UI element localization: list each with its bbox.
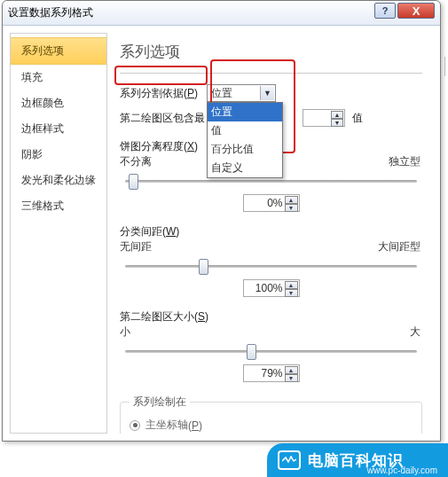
plot-on-group: 系列绘制在 主坐标轴(P) 次坐标轴(S): [120, 395, 422, 434]
second-plot-size-left-label: 小: [120, 325, 130, 340]
watermark-en: www.pc-daily.com: [367, 465, 437, 475]
plot-on-primary-radio[interactable]: 主坐标轴(P): [130, 415, 413, 434]
monitor-icon: [278, 450, 301, 470]
chevron-down-icon[interactable]: ▼: [285, 289, 298, 297]
category-sidebar: 系列选项 填充 边框颜色 边框样式 阴影 发光和柔化边缘 三维格式: [10, 33, 107, 434]
split-by-option-percent[interactable]: 百分比值: [208, 140, 282, 159]
background-edge: [444, 57, 448, 76]
sidebar-item-border-style[interactable]: 边框样式: [11, 116, 106, 142]
sidebar-item-glow[interactable]: 发光和柔化边缘: [11, 168, 106, 193]
radio-icon: [130, 420, 140, 431]
title-bar[interactable]: 设置数据系列格式 ? X: [3, 1, 440, 26]
watermark-footer: 电脑百科知识 www.pc-daily.com: [0, 442, 448, 477]
gap-width-right-label: 大间距型: [378, 239, 420, 254]
chevron-up-icon[interactable]: ▲: [285, 366, 298, 374]
panel-heading: 系列选项: [120, 36, 422, 74]
chevron-up-icon[interactable]: ▲: [285, 196, 298, 204]
second-plot-contains-label: 第二绘图区包含最: [120, 111, 205, 126]
sidebar-item-shadow[interactable]: 阴影: [11, 142, 106, 168]
split-by-selected: 位置: [211, 86, 232, 101]
slider-thumb[interactable]: [247, 344, 256, 360]
gap-width-label: 分类间距(W): [120, 225, 179, 238]
pie-explosion-value-field[interactable]: 0% ▲▼: [243, 194, 300, 212]
gap-width-left-label: 无间距: [120, 239, 152, 254]
second-plot-contains-unit: 值: [352, 111, 363, 126]
second-plot-contains-spinner[interactable]: ▲▼: [303, 109, 345, 127]
second-plot-size-value-field[interactable]: 79% ▲▼: [243, 364, 300, 382]
pie-explosion-left-label: 不分离: [120, 154, 152, 169]
format-data-series-dialog: 设置数据系列格式 ? X 系列选项 填充 边框颜色 边框样式 阴影 发光和柔化边…: [2, 0, 441, 442]
pie-explosion-right-label: 独立型: [389, 154, 420, 169]
dialog-title: 设置数据系列格式: [8, 5, 435, 20]
chevron-down-icon[interactable]: ▼: [285, 374, 298, 382]
split-by-option-value[interactable]: 值: [208, 121, 282, 140]
series-options-panel: 系列选项 系列分割依据(P) 位置 ▼ 位置 值 百分比值 自定义: [107, 33, 433, 434]
slider-thumb[interactable]: [199, 259, 208, 275]
split-by-label: 系列分割依据(P): [120, 86, 198, 101]
second-plot-size-slider[interactable]: [120, 341, 422, 361]
slider-thumb[interactable]: [129, 174, 138, 190]
chevron-down-icon[interactable]: ▼: [285, 204, 298, 212]
sidebar-item-border-color[interactable]: 边框颜色: [11, 90, 106, 116]
second-plot-size-block: 第二绘图区大小(S) 小 大 79% ▲▼: [120, 309, 422, 382]
second-plot-size-label: 第二绘图区大小(S): [120, 310, 208, 323]
split-by-dropdown: 位置 值 百分比值 自定义: [207, 102, 283, 178]
chevron-down-icon[interactable]: ▼: [260, 86, 274, 100]
help-button[interactable]: ?: [374, 3, 396, 19]
sidebar-item-series-options[interactable]: 系列选项: [11, 37, 106, 65]
chevron-up-icon[interactable]: ▲: [331, 111, 343, 119]
split-by-combo[interactable]: 位置 ▼ 位置 值 百分比值 自定义: [207, 84, 276, 102]
plot-on-legend: 系列绘制在: [130, 395, 190, 410]
split-by-option-custom[interactable]: 自定义: [208, 159, 282, 177]
gap-width-value-field[interactable]: 100% ▲▼: [243, 279, 300, 297]
chevron-down-icon[interactable]: ▼: [331, 119, 343, 127]
gap-width-block: 分类间距(W) 无间距 大间距型 100% ▲▼: [120, 224, 422, 297]
gap-width-slider[interactable]: [120, 256, 422, 276]
dialog-body: 系列选项 填充 边框颜色 边框样式 阴影 发光和柔化边缘 三维格式 系列选项 系…: [3, 26, 440, 441]
close-button[interactable]: X: [397, 3, 435, 19]
sidebar-item-fill[interactable]: 填充: [11, 65, 106, 90]
split-by-option-position[interactable]: 位置: [208, 103, 282, 121]
sidebar-item-3d-format[interactable]: 三维格式: [11, 193, 106, 219]
second-plot-size-right-label: 大: [410, 325, 420, 340]
pie-explosion-label: 饼图分离程度(X): [120, 140, 198, 152]
chevron-up-icon[interactable]: ▲: [285, 281, 298, 289]
